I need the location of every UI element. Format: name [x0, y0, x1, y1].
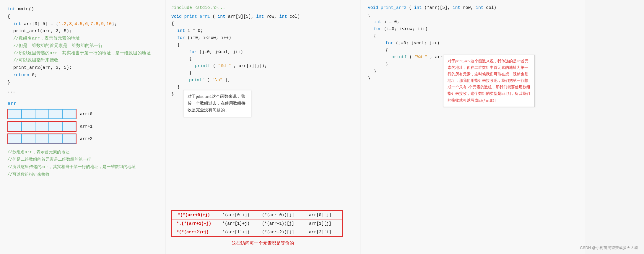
cell-r0c2: (*(arr+0))[j]: [258, 213, 298, 217]
array-cells-1: [7, 121, 77, 132]
cell-r2c3: arr[2][i]: [301, 230, 340, 235]
table-row-0: *(*(arr+0)+j) *(arr[0]+j) (*(arr+0))[j] …: [172, 211, 342, 219]
cell-r0c0: *(*(arr+0)+j): [174, 213, 214, 217]
cell-r1c0: *.(*(arr+1)+j): [174, 221, 214, 226]
array-row-2: arr+2: [7, 133, 158, 144]
code-print1-call: print_arr1(arr, 3, 5);: [7, 28, 158, 35]
array-cells-2: [7, 133, 77, 144]
table-row-1: *.(*(arr+1)+j) *(arr[1]+j) (*(arr+1))[j]…: [172, 219, 342, 228]
code-line-heading: int main(): [7, 6, 158, 13]
bottom-comment-4: //可以数组指针来接收: [7, 171, 158, 178]
cell-r2c2: (*(arr+2))[j]: [258, 230, 298, 235]
comment-1: //数组名arr，表示首元素的地址: [7, 35, 158, 43]
equiv-text: 这些访问每一个元素都是等价的: [171, 240, 354, 246]
cell-r1c2: (*(arr+1))[j]: [258, 221, 298, 226]
brace-open: {: [7, 13, 158, 21]
access-table: *(*(arr+0)+j) *(arr[0]+j) (*(arr+0))[j] …: [171, 210, 343, 237]
for-j-loop: for (j=0; j<col; j++): [171, 49, 354, 56]
main-page: int main() { int arr[3][5] = {1,2,3,4,5,…: [0, 0, 644, 254]
tooltip-middle-text: 对于print_arr1这个函数来说，我传一个数组过去，在使用数组接收是完全没有…: [188, 94, 245, 112]
row-label-2: arr+2: [80, 136, 92, 141]
cell-r1c1: *(arr[1]+j): [217, 221, 256, 226]
bottom-comment-3: //所以这里传递的arr，其实相当于第一行的地址，是一维数组的地址: [7, 163, 158, 171]
code-return: return 0;: [7, 72, 158, 79]
array-diagram: arr+0 arr+1: [7, 109, 158, 144]
cell-2-3: [49, 134, 62, 144]
bottom-comment-1: //数组名arr，表示首元素的地址: [7, 149, 158, 156]
row-label-1: arr+1: [80, 124, 92, 129]
table-row-2: *(*(arr+2)+j). *(arr[1]+j) (*(arr+2))[j]…: [172, 228, 342, 236]
brace-for-i: {: [171, 42, 354, 49]
right-for-j: for (j=0; j<col; j++): [368, 40, 578, 47]
comment-3: //所以这里传递的arr，其实相当于第一行的地址，是一维数组的地址: [7, 50, 158, 57]
func-main: main(): [18, 7, 34, 12]
bottom-comment-2: //但是二维数组的首元素是二维数组的第一行: [7, 156, 158, 163]
cell-1-4: [62, 122, 76, 131]
comment-2: //但是二维数组的首元素是二维数组的第一行: [7, 43, 158, 50]
brace-for-j: {: [171, 56, 354, 63]
cell-0-0: [8, 109, 22, 119]
tooltip-right-text: 对于print_arr2这个函数来说，我传递的是arr首元素的地址，但在二维数组…: [448, 59, 530, 102]
right-brace-for-j: {: [368, 47, 578, 54]
watermark: CSDN @小树苗渴望变成参天大树: [580, 245, 638, 250]
tooltip-middle: 对于print_arr1这个函数来说，我传一个数组过去，在使用数组接收是完全没有…: [183, 90, 251, 117]
cell-2-1: [22, 134, 35, 144]
bottom-comments: //数组名arr，表示首元素的地址 //但是二维数组的首元素是二维数组的第一行 …: [7, 149, 158, 178]
cell-0-1: [22, 109, 35, 119]
comment-4: //可以数组指针来接收: [7, 57, 158, 64]
right-int-i: int i = 0;: [368, 19, 578, 26]
cell-0-4: [62, 109, 76, 119]
array-row-0: arr+0: [7, 109, 158, 119]
cell-1-0: [8, 122, 22, 131]
cell-1-3: [49, 122, 62, 131]
ellipsis: ...: [7, 88, 158, 95]
cell-2-4: [62, 134, 76, 144]
row-label-0: arr+0: [80, 112, 92, 116]
brace-close-j: }: [171, 70, 354, 77]
middle-panel: #include <stdio.h>... void print_arr1 ( …: [165, 0, 360, 254]
left-code-block: int main() { int arr[3][5] = {1,2,3,4,5,…: [7, 6, 158, 95]
cell-0-3: [49, 109, 62, 119]
array-row-1: arr+1: [7, 121, 158, 132]
right-panel: void print_arr2 ( int (*arr)[5], int row…: [360, 0, 585, 254]
cell-r0c3: arr[0][j]: [301, 213, 340, 217]
code-arr-decl: int arr[3][5] = {1,2,3,4,5,6,7,8,9,10};: [7, 21, 158, 28]
brace-close: }: [7, 79, 158, 87]
left-panel: int main() { int arr[3][5] = {1,2,3,4,5,…: [0, 0, 165, 254]
arr-label: arr: [7, 101, 158, 106]
tooltip-right: 对于print_arr2这个函数来说，我传递的是arr首元素的地址，但在二维数组…: [443, 55, 535, 107]
cell-r2c1: *(arr[1]+j): [217, 230, 256, 235]
printf-line: printf ( "%d " , arr[i][j]);: [171, 63, 354, 70]
cell-0-2: [35, 109, 49, 119]
brace-open-2: {: [171, 20, 354, 27]
middle-code-header: #include <stdio.h>... void print_arr1 ( …: [171, 4, 354, 98]
array-cells-0: [7, 109, 77, 119]
for-i-loop: for (i=0; i<row; i++): [171, 35, 354, 42]
cell-2-2: [35, 134, 49, 144]
right-for-i: for (i=0; i<row; i++): [368, 26, 578, 33]
cell-r0c1: *(arr[0]+j): [217, 213, 256, 217]
func-sig-print1: void print_arr1 ( int arr[3][5], int row…: [171, 13, 354, 20]
access-table-container: *(*(arr+0)+j) *(arr[0]+j) (*(arr+0))[j] …: [171, 210, 354, 246]
int-i-decl: int i = 0;: [171, 27, 354, 35]
cell-r1c3: arr[1][j]: [301, 221, 340, 226]
right-brace-for-i: {: [368, 33, 578, 40]
cell-2-0: [8, 134, 22, 144]
right-brace-open: {: [368, 12, 578, 19]
keyword-int: int: [7, 7, 15, 12]
code-print2-call: print_arr2(arr, 3, 5);: [7, 64, 158, 72]
cell-r2c0: *(*(arr+2)+j).: [174, 230, 214, 235]
printf-newline: printf ( "\n" );: [171, 77, 354, 84]
cell-1-1: [22, 122, 35, 131]
func-sig-print2: void print_arr2 ( int (*arr)[5], int row…: [368, 4, 578, 12]
include-line: #include <stdio.h>...: [171, 4, 354, 12]
cell-1-2: [35, 122, 49, 131]
